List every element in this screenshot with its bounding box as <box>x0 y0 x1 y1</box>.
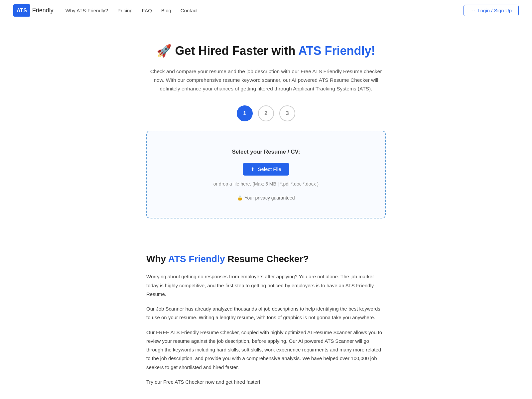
nav-item-contact[interactable]: Contact <box>181 6 198 15</box>
why-title: Why ATS Friendly Resume Checker? <box>146 252 386 267</box>
hero-title: 🚀 Get Hired Faster with ATS Friendly! <box>146 41 386 61</box>
nav-item-faq[interactable]: FAQ <box>142 6 152 15</box>
privacy-note: 🔒 Your privacy guaranteed <box>160 194 372 201</box>
navbar: ATS Friendly Why ATS-Friendly? Pricing F… <box>0 0 532 21</box>
nav-item-pricing[interactable]: Pricing <box>117 6 133 15</box>
logo-friendly-text: Friendly <box>30 6 54 15</box>
privacy-text: Your privacy guaranteed <box>244 194 295 201</box>
navbar-left: ATS Friendly Why ATS-Friendly? Pricing F… <box>13 4 198 17</box>
nav-item-blog[interactable]: Blog <box>161 6 171 15</box>
upload-icon: ⬆ <box>251 166 255 172</box>
hero-title-pre: Get Hired Faster with <box>175 44 298 58</box>
nav-link-faq[interactable]: FAQ <box>142 8 152 13</box>
select-file-button[interactable]: ⬆ Select File <box>243 163 289 176</box>
lock-icon: 🔒 <box>237 194 243 201</box>
nav-link-blog[interactable]: Blog <box>161 8 171 13</box>
step-1[interactable]: 1 <box>237 105 253 121</box>
logo: ATS Friendly <box>13 4 54 17</box>
nav-link-why[interactable]: Why ATS-Friendly? <box>66 8 108 13</box>
step-3[interactable]: 3 <box>279 105 295 121</box>
select-file-label: Select File <box>258 166 281 172</box>
login-label: Login / Sign Up <box>477 8 512 13</box>
step-2-label: 2 <box>264 109 267 118</box>
step-3-label: 3 <box>286 109 289 118</box>
hero-emoji: 🚀 <box>157 44 172 58</box>
step-1-label: 1 <box>243 109 246 118</box>
nav-item-why[interactable]: Why ATS-Friendly? <box>66 6 108 15</box>
step-2[interactable]: 2 <box>258 105 274 121</box>
why-title-pre: Why <box>146 254 168 264</box>
why-section: Why ATS Friendly Resume Checker? Worryin… <box>140 252 392 387</box>
drop-hint-text: or drop a file here. (Max: 5 MB | *.pdf … <box>160 180 372 188</box>
hero-title-highlight: ATS Friendly! <box>298 44 375 58</box>
steps-indicator: 1 2 3 <box>146 105 386 121</box>
hero-section: 🚀 Get Hired Faster with ATS Friendly! Ch… <box>140 21 392 252</box>
why-para-3: Our FREE ATS Friendly Resume Checker, co… <box>146 328 386 372</box>
why-para-2: Our Job Scanner has already analyzed tho… <box>146 305 386 322</box>
login-icon: → <box>470 8 475 13</box>
why-title-post: Resume Checker? <box>225 254 309 264</box>
nav-link-pricing[interactable]: Pricing <box>117 8 133 13</box>
nav-link-contact[interactable]: Contact <box>181 8 198 13</box>
upload-title: Select your Resume / CV: <box>160 147 372 156</box>
hero-subtitle: Check and compare your resume and the jo… <box>150 67 382 93</box>
why-para-1: Worrying about getting no responses from… <box>146 272 386 299</box>
why-title-highlight: ATS Friendly <box>168 254 225 264</box>
login-button[interactable]: → Login / Sign Up <box>464 5 519 16</box>
why-para-4: Try our Free ATS Checker now and get hir… <box>146 378 386 386</box>
logo-ats-text: ATS <box>13 4 30 17</box>
upload-dropzone[interactable]: Select your Resume / CV: ⬆ Select File o… <box>146 131 386 218</box>
nav-links: Why ATS-Friendly? Pricing FAQ Blog Conta… <box>66 6 198 15</box>
